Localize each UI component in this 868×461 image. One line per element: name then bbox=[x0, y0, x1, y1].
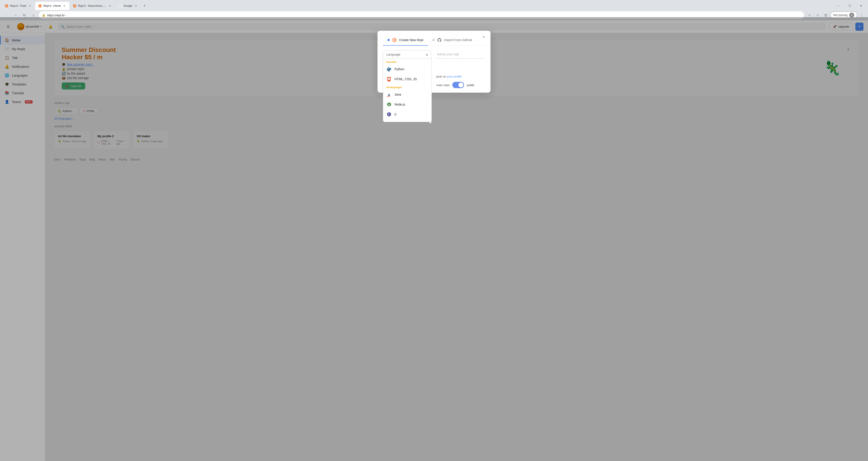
tab-favicon-home bbox=[38, 4, 41, 7]
tab-title-feed: Repl.it - Feed bbox=[10, 4, 26, 7]
create-repl-modal: × Create New Repl Import From GitHub bbox=[377, 31, 491, 93]
svg-point-12 bbox=[389, 70, 390, 71]
create-tab-dot bbox=[388, 39, 390, 41]
tab-close-google[interactable]: ✕ bbox=[134, 4, 138, 8]
sync-avatar bbox=[849, 13, 854, 18]
tab-favicon-feed bbox=[5, 4, 8, 7]
language-placeholder: Language bbox=[386, 53, 400, 56]
python-lang-icon bbox=[386, 66, 392, 72]
language-item-nodejs[interactable]: JS Node.js bbox=[383, 99, 432, 110]
svg-text:C: C bbox=[388, 113, 390, 116]
language-dropdown-list: favorites Python bbox=[383, 59, 432, 122]
favorites-label: favorites bbox=[383, 59, 432, 64]
repl-name-input[interactable] bbox=[436, 50, 485, 59]
browser-tab-home[interactable]: Repl.it - Home ✕ bbox=[35, 2, 69, 10]
tab-title-home: Repl.it - Home bbox=[43, 4, 61, 7]
modal-tab-create-label: Create New Repl bbox=[399, 38, 423, 42]
profile-link[interactable]: your profile bbox=[447, 75, 462, 78]
toggle-knob bbox=[458, 83, 463, 88]
tab-favicon-google: G bbox=[119, 4, 122, 7]
modal-right-panel: pear on your profile ivate repls public bbox=[432, 50, 485, 88]
profile-visibility-text: pear on your profile bbox=[436, 75, 485, 78]
svg-point-11 bbox=[394, 39, 395, 41]
language-item-html-css-js[interactable]: HTML, CSS, JS bbox=[383, 74, 432, 84]
private-repls-label: ivate repls bbox=[436, 83, 450, 87]
browser-tab-newcomers[interactable]: Repl.it - Newcomers, Over Here! ✕ bbox=[70, 2, 115, 10]
modal-tab-import[interactable]: Import From GitHub bbox=[428, 35, 477, 45]
modal-tab-create[interactable]: Create New Repl bbox=[383, 35, 428, 45]
html-lang-icon bbox=[386, 76, 392, 82]
tab-close-home[interactable]: ✕ bbox=[63, 4, 66, 8]
replit-logo-icon bbox=[392, 37, 397, 42]
import-tab-dot bbox=[432, 39, 435, 41]
c-lang-label: C bbox=[395, 113, 397, 116]
language-item-c[interactable]: C C bbox=[383, 110, 432, 119]
svg-point-3 bbox=[40, 6, 40, 6]
c-lang-icon: C bbox=[386, 112, 392, 117]
privacy-toggle[interactable] bbox=[452, 82, 464, 88]
new-tab-button[interactable]: + bbox=[141, 3, 148, 9]
browser-tab-feed[interactable]: Repl.it - Feed ✕ bbox=[2, 2, 35, 10]
svg-text:JS: JS bbox=[388, 104, 390, 106]
all-languages-label: all languages bbox=[383, 84, 432, 90]
nodejs-lang-label: Node.js bbox=[395, 102, 405, 106]
dropdown-scroll-space bbox=[383, 119, 432, 122]
github-icon bbox=[437, 37, 442, 42]
address-url: https://repl.it/~ bbox=[47, 13, 801, 17]
svg-marker-17 bbox=[388, 78, 390, 79]
modal-tabs: Create New Repl Import From GitHub bbox=[377, 31, 491, 45]
language-item-java[interactable]: Java bbox=[383, 90, 432, 99]
dropdown-chevron-up-icon: ▲ bbox=[426, 53, 428, 56]
browser-titlebar: Repl.it - Feed ✕ Repl.it - Home ✕ Repl.i… bbox=[0, 0, 868, 10]
sync-label: Not syncing bbox=[833, 13, 847, 17]
html-css-js-lang-label: HTML, CSS, JS bbox=[395, 77, 417, 81]
tab-close-newcomers[interactable]: ✕ bbox=[108, 4, 112, 8]
lock-icon: 🔒 bbox=[42, 13, 45, 17]
language-item-python[interactable]: Python bbox=[383, 64, 432, 74]
modal-overlay[interactable]: × Create New Repl Import From GitHub bbox=[0, 17, 868, 461]
tab-title-google: Google bbox=[124, 4, 132, 7]
privacy-toggle-row: ivate repls public bbox=[436, 82, 485, 88]
close-button[interactable]: ✕ bbox=[856, 2, 866, 10]
window-controls: – ☐ ✕ bbox=[833, 2, 866, 10]
modal-close-button[interactable]: × bbox=[480, 34, 487, 40]
tab-title-newcomers: Repl.it - Newcomers, Over Here! bbox=[78, 4, 106, 7]
python-lang-label: Python bbox=[395, 67, 404, 71]
java-lang-label: Java bbox=[395, 93, 401, 96]
minimize-button[interactable]: – bbox=[833, 2, 844, 10]
nodejs-lang-icon: JS bbox=[386, 102, 392, 107]
toggle-state-label: public bbox=[467, 83, 474, 87]
spacer bbox=[436, 62, 485, 71]
svg-point-1 bbox=[6, 6, 7, 6]
svg-point-5 bbox=[74, 6, 75, 6]
java-lang-icon bbox=[386, 92, 392, 97]
browser-tab-google[interactable]: G Google ✕ bbox=[116, 2, 141, 10]
tab-favicon-newcomers bbox=[73, 4, 76, 7]
language-dropdown-button[interactable]: Language ▲ bbox=[383, 50, 432, 59]
language-dropdown-wrap: Language ▲ favorites bbox=[383, 50, 432, 88]
modal-tab-import-label: Import From GitHub bbox=[444, 38, 472, 42]
tab-close-feed[interactable]: ✕ bbox=[28, 4, 32, 8]
modal-body: Language ▲ favorites bbox=[377, 45, 491, 93]
maximize-button[interactable]: ☐ bbox=[844, 2, 855, 10]
